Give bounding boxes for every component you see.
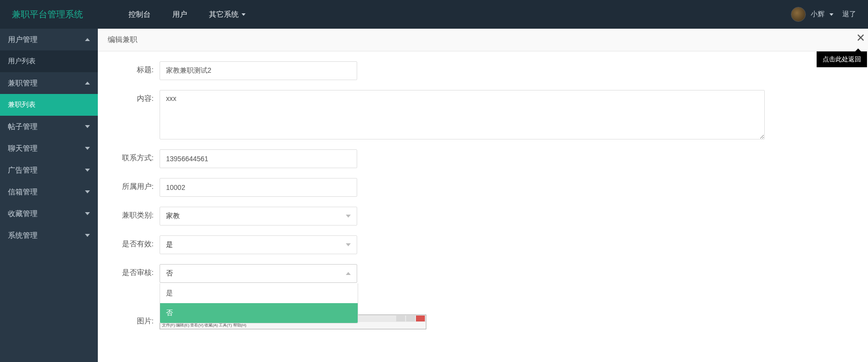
nav-right: 小辉 退了 <box>791 7 856 22</box>
page-title: 编辑兼职 <box>108 35 137 45</box>
row-owner: 所属用户: <box>113 178 853 197</box>
sidebar-group-job-mgmt[interactable]: 兼职管理 <box>0 72 98 94</box>
chevron-down-icon <box>85 234 90 237</box>
page-header: 编辑兼职 ✕ <box>98 29 868 51</box>
sidebar-group-mailbox-mgmt[interactable]: 信箱管理 <box>0 181 98 203</box>
tooltip-text: 点击此处返回 <box>823 55 861 63</box>
label-content: 内容: <box>113 90 160 103</box>
label-title: 标题: <box>113 61 160 75</box>
label-owner: 所属用户: <box>113 178 160 191</box>
chevron-down-icon <box>85 125 90 128</box>
sidebar-item-label: 信箱管理 <box>8 187 38 197</box>
row-title: 标题: <box>113 61 853 80</box>
sidebar-group-favorite-mgmt[interactable]: 收藏管理 <box>0 203 98 225</box>
chevron-up-icon <box>346 272 351 275</box>
audit-dropdown: 是 否 <box>160 283 358 323</box>
close-tooltip: 点击此处返回 <box>817 51 867 67</box>
sidebar-item-label: 聊天管理 <box>8 144 38 153</box>
category-value: 家教 <box>166 212 180 221</box>
content-textarea[interactable] <box>160 90 765 139</box>
label-contact: 联系方式: <box>113 149 160 163</box>
sidebar-sub-user-list[interactable]: 用户列表 <box>0 50 98 72</box>
main-panel: 编辑兼职 ✕ 点击此处返回 标题: 内容: 联系方式: <box>98 29 868 362</box>
sidebar: 用户管理 用户列表 兼职管理 兼职列表 帖子管理 聊天管理 广告管理 信箱管理 <box>0 29 98 362</box>
sidebar-item-label: 用户管理 <box>8 35 38 45</box>
chevron-down-icon <box>346 243 351 246</box>
sidebar-item-label: 用户列表 <box>8 57 36 66</box>
category-select[interactable]: 家教 <box>160 207 357 226</box>
chevron-down-icon <box>85 190 90 193</box>
audit-option-yes[interactable]: 是 <box>160 283 358 303</box>
nav-console-label: 控制台 <box>128 10 151 19</box>
logout-label: 退了 <box>842 10 856 18</box>
audit-select[interactable]: 否 是 否 <box>160 264 357 283</box>
edit-form: 标题: 内容: 联系方式: 所属用户: 兼职类别 <box>98 51 868 359</box>
owner-input[interactable] <box>160 178 357 197</box>
chevron-up-icon <box>85 38 90 41</box>
row-audit: 是否审核: 否 是 否 <box>113 264 853 283</box>
nav-other-label: 其它系统 <box>209 10 239 19</box>
chevron-down-icon <box>85 147 90 150</box>
title-input[interactable] <box>160 61 357 80</box>
chevron-down-icon <box>85 212 90 215</box>
row-content: 内容: <box>113 90 853 139</box>
row-category: 兼职类别: 家教 <box>113 207 853 226</box>
audit-value: 否 <box>166 269 173 278</box>
nav-console[interactable]: 控制台 <box>118 0 162 29</box>
row-valid: 是否有效: 是 <box>113 235 853 254</box>
nav-user[interactable]: 用户 <box>162 0 198 29</box>
valid-value: 是 <box>166 240 173 249</box>
chevron-down-icon <box>346 215 351 218</box>
option-label: 否 <box>166 309 173 317</box>
nav-user-label: 用户 <box>172 10 187 19</box>
sidebar-group-post-mgmt[interactable]: 帖子管理 <box>0 116 98 137</box>
sidebar-item-label: 广告管理 <box>8 166 38 175</box>
label-audit: 是否审核: <box>113 264 160 277</box>
caret-down-icon <box>829 13 833 16</box>
sidebar-item-label: 兼职管理 <box>8 79 38 88</box>
sidebar-item-label: 收藏管理 <box>8 209 38 219</box>
caret-down-icon <box>242 13 246 16</box>
user-name: 小辉 <box>811 10 825 19</box>
label-category: 兼职类别: <box>113 207 160 220</box>
row-contact: 联系方式: <box>113 149 853 168</box>
chevron-up-icon <box>85 82 90 85</box>
sidebar-group-chat-mgmt[interactable]: 聊天管理 <box>0 137 98 159</box>
sidebar-item-label: 帖子管理 <box>8 122 38 132</box>
close-icon <box>416 316 425 321</box>
contact-input[interactable] <box>160 149 357 168</box>
sidebar-group-user-mgmt[interactable]: 用户管理 <box>0 29 98 50</box>
nav-other-systems[interactable]: 其它系统 <box>198 0 256 29</box>
sidebar-item-label: 系统管理 <box>8 231 38 240</box>
sidebar-group-system-mgmt[interactable]: 系统管理 <box>0 225 98 246</box>
sidebar-group-ad-mgmt[interactable]: 广告管理 <box>0 159 98 181</box>
valid-select[interactable]: 是 <box>160 235 357 254</box>
option-label: 是 <box>166 289 173 298</box>
chevron-down-icon <box>85 169 90 172</box>
logout-link[interactable]: 退了 <box>842 10 856 19</box>
avatar <box>791 7 806 22</box>
label-valid: 是否有效: <box>113 235 160 249</box>
close-icon[interactable]: ✕ <box>856 33 865 44</box>
maximize-icon <box>406 316 415 321</box>
nav-links: 控制台 用户 其它系统 <box>118 0 256 29</box>
top-navbar: 兼职平台管理系统 控制台 用户 其它系统 小辉 退了 <box>0 0 868 29</box>
sidebar-item-label: 兼职列表 <box>8 100 36 109</box>
audit-option-no[interactable]: 否 <box>160 303 358 323</box>
brand-title: 兼职平台管理系统 <box>12 8 83 20</box>
minimize-icon <box>396 316 405 321</box>
sidebar-sub-job-list[interactable]: 兼职列表 <box>0 94 98 116</box>
label-picture: 图片: <box>113 313 160 326</box>
user-menu[interactable]: 小辉 <box>791 7 833 22</box>
